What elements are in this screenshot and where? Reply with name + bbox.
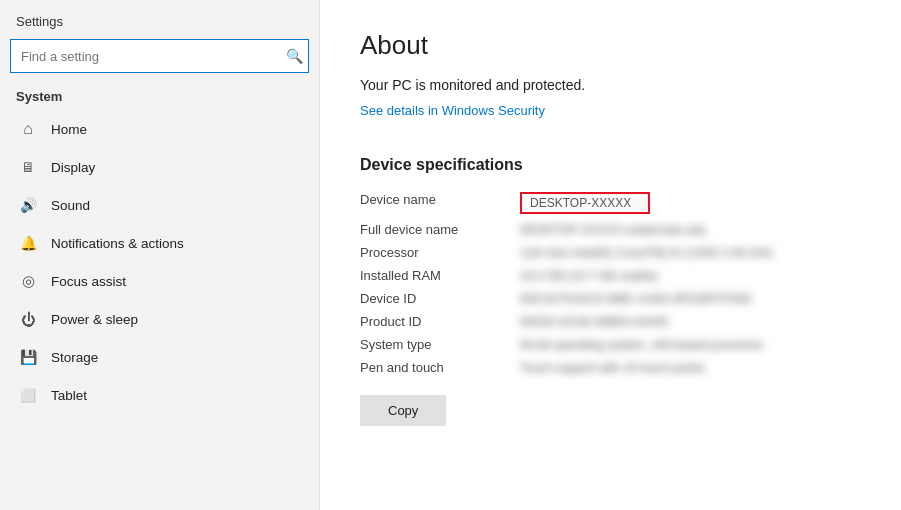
display-icon [19,158,37,176]
table-row: Device name DESKTOP-XXXXX [360,188,861,218]
search-icon[interactable]: 🔍 [286,48,303,64]
spec-value: 64-bit operating system, x64-based proce… [520,333,861,356]
spec-label: Product ID [360,310,520,333]
sidebar-item-label: Display [51,160,95,175]
system-section-label: System [0,83,319,110]
home-icon [19,120,37,138]
sidebar-item-label: Focus assist [51,274,126,289]
spec-value: 00329-10100-39863-AA045 [520,310,861,333]
spec-label: Processor [360,241,520,264]
ram-value: 16.0 GB (15.7 GB usable) [520,269,658,283]
sidebar-item-display[interactable]: Display [0,148,319,186]
search-input[interactable] [10,39,309,73]
storage-icon [19,348,37,366]
table-row: Processor 11th Gen Intel(R) Core(TM) i5-… [360,241,861,264]
sidebar-item-notifications[interactable]: Notifications & actions [0,224,319,262]
spec-label: Device name [360,188,520,218]
spec-value-device-name: DESKTOP-XXXXX [520,188,861,218]
tablet-icon [19,386,37,404]
device-id-value: E9C3A78-8210-488C-AA8A-0FE30F5704D [520,292,751,306]
table-row: Full device name DESKTOP-XXXXX.subdomain… [360,218,861,241]
sidebar-item-storage[interactable]: Storage [0,338,319,376]
device-name-highlighted: DESKTOP-XXXXX [520,192,650,214]
spec-label: Installed RAM [360,264,520,287]
sidebar-item-label: Tablet [51,388,87,403]
spec-label: System type [360,333,520,356]
spec-label: Device ID [360,287,520,310]
full-device-name: DESKTOP-XXXXX.subdomain.edu [520,223,707,237]
main-content: About Your PC is monitored and protected… [320,0,901,510]
spec-value: DESKTOP-XXXXX.subdomain.edu [520,218,861,241]
processor-value: 11th Gen Intel(R) Core(TM) i5-1145G 2.60… [520,246,773,260]
app-title: Settings [0,0,319,39]
product-id-value: 00329-10100-39863-AA045 [520,315,668,329]
search-box: 🔍 [10,39,309,73]
sidebar-item-label: Storage [51,350,98,365]
sidebar-item-label: Notifications & actions [51,236,184,251]
spec-value: E9C3A78-8210-488C-AA8A-0FE30F5704D [520,287,861,310]
pen-touch-value: Touch support with 10 touch points [520,361,705,375]
device-specs-title: Device specifications [360,156,861,174]
spec-value: 16.0 GB (15.7 GB usable) [520,264,861,287]
security-link[interactable]: See details in Windows Security [360,103,545,118]
table-row: Pen and touch Touch support with 10 touc… [360,356,861,379]
sidebar-item-focus[interactable]: Focus assist [0,262,319,300]
spec-label: Pen and touch [360,356,520,379]
page-title: About [360,30,861,61]
spec-label: Full device name [360,218,520,241]
sidebar-item-tablet[interactable]: Tablet [0,376,319,414]
system-type-value: 64-bit operating system, x64-based proce… [520,338,763,352]
sidebar: Settings 🔍 System Home Display Sound Not… [0,0,320,510]
table-row: Device ID E9C3A78-8210-488C-AA8A-0FE30F5… [360,287,861,310]
focus-icon [19,272,37,290]
power-icon [19,310,37,328]
spec-table: Device name DESKTOP-XXXXX Full device na… [360,188,861,379]
table-row: System type 64-bit operating system, x64… [360,333,861,356]
sidebar-item-label: Sound [51,198,90,213]
sidebar-item-sound[interactable]: Sound [0,186,319,224]
spec-value: 11th Gen Intel(R) Core(TM) i5-1145G 2.60… [520,241,861,264]
table-row: Installed RAM 16.0 GB (15.7 GB usable) [360,264,861,287]
sidebar-item-label: Home [51,122,87,137]
copy-button[interactable]: Copy [360,395,446,426]
sidebar-item-power[interactable]: Power & sleep [0,300,319,338]
spec-value: Touch support with 10 touch points [520,356,861,379]
notification-icon [19,234,37,252]
protection-text: Your PC is monitored and protected. [360,77,861,93]
sidebar-item-home[interactable]: Home [0,110,319,148]
sound-icon [19,196,37,214]
table-row: Product ID 00329-10100-39863-AA045 [360,310,861,333]
sidebar-item-label: Power & sleep [51,312,138,327]
